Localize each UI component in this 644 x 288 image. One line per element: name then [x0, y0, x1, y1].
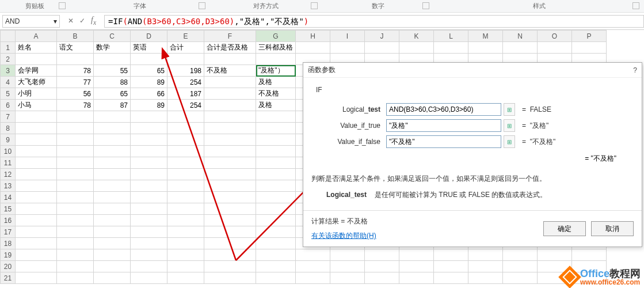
cell[interactable]: 合计是否及格	[204, 42, 256, 54]
cell[interactable]	[434, 42, 468, 54]
cancel-button[interactable]: 取消	[591, 221, 634, 236]
cell[interactable]	[94, 215, 131, 226]
cell[interactable]	[57, 134, 94, 146]
col-header[interactable]: O	[538, 31, 572, 42]
row-header[interactable]: 18	[1, 238, 16, 249]
cell[interactable]: 65	[94, 88, 131, 100]
row-header[interactable]: 20	[1, 261, 16, 272]
col-header[interactable]: M	[468, 31, 503, 42]
cell[interactable]	[256, 54, 296, 65]
cell[interactable]	[94, 192, 131, 203]
col-header[interactable]: P	[572, 31, 607, 42]
row-header[interactable]: 6	[1, 100, 16, 111]
cell[interactable]	[16, 111, 57, 123]
cell[interactable]: 89	[131, 100, 167, 111]
cell[interactable]	[204, 215, 256, 226]
cell[interactable]	[330, 249, 365, 261]
row-header[interactable]: 16	[1, 215, 16, 226]
cell[interactable]	[256, 134, 296, 146]
cell[interactable]	[204, 203, 256, 215]
cell[interactable]	[204, 157, 256, 169]
cell[interactable]: 及格	[256, 100, 296, 111]
dialog-titlebar[interactable]: 函数参数 ?	[303, 63, 642, 78]
cell[interactable]	[167, 134, 204, 146]
cell[interactable]: 254	[167, 77, 204, 88]
cell[interactable]	[16, 146, 57, 157]
cell[interactable]	[57, 169, 94, 180]
cell[interactable]	[167, 215, 204, 226]
cell[interactable]	[16, 192, 57, 203]
cell[interactable]	[503, 261, 538, 272]
cell[interactable]	[16, 180, 57, 192]
cell[interactable]	[131, 54, 167, 65]
cell[interactable]	[167, 272, 204, 284]
cell[interactable]	[503, 272, 538, 284]
cell[interactable]: 87	[94, 100, 131, 111]
cell[interactable]	[256, 272, 296, 284]
cell[interactable]	[57, 215, 94, 226]
cell[interactable]	[57, 146, 94, 157]
arg-input-logical-test[interactable]	[386, 103, 501, 116]
cell[interactable]	[16, 123, 57, 134]
cell[interactable]	[167, 238, 204, 249]
cell[interactable]: "及格"）	[256, 65, 296, 77]
cell[interactable]	[256, 123, 296, 134]
cell[interactable]	[434, 261, 468, 272]
cell[interactable]	[167, 157, 204, 169]
cell[interactable]	[57, 111, 94, 123]
cell[interactable]	[256, 261, 296, 272]
cell[interactable]	[57, 192, 94, 203]
cell[interactable]	[468, 261, 503, 272]
cell[interactable]	[131, 261, 167, 272]
row-header[interactable]: 14	[1, 192, 16, 203]
cell[interactable]: 78	[57, 100, 94, 111]
row-header[interactable]: 13	[1, 180, 16, 192]
col-header[interactable]: A	[16, 31, 57, 42]
row-header[interactable]: 15	[1, 203, 16, 215]
cell[interactable]	[256, 157, 296, 169]
range-picker-icon[interactable]: ⊞	[504, 135, 515, 148]
cell[interactable]	[204, 272, 256, 284]
arg-input-value-if-true[interactable]	[386, 119, 501, 132]
cell[interactable]: 56	[57, 88, 94, 100]
cell[interactable]	[167, 226, 204, 238]
cell[interactable]	[204, 146, 256, 157]
col-header[interactable]: L	[434, 31, 468, 42]
cell[interactable]	[16, 157, 57, 169]
cell[interactable]	[204, 111, 256, 123]
cell[interactable]	[330, 261, 365, 272]
cell[interactable]	[204, 123, 256, 134]
range-picker-icon[interactable]: ⊞	[504, 119, 515, 132]
cell[interactable]	[468, 272, 503, 284]
select-all-corner[interactable]	[1, 31, 16, 42]
cell[interactable]	[204, 77, 256, 88]
cell[interactable]: 89	[131, 77, 167, 88]
cell[interactable]	[94, 134, 131, 146]
function-help-link[interactable]: 有关该函数的帮助(H)	[311, 231, 376, 241]
cell[interactable]	[94, 54, 131, 65]
cell[interactable]	[57, 272, 94, 284]
cell[interactable]	[204, 169, 256, 180]
cell[interactable]	[131, 203, 167, 215]
cell[interactable]	[167, 146, 204, 157]
cell[interactable]	[57, 180, 94, 192]
cell[interactable]	[256, 249, 296, 261]
cell[interactable]	[256, 146, 296, 157]
cell[interactable]	[16, 226, 57, 238]
cell[interactable]: 187	[167, 88, 204, 100]
col-header[interactable]: F	[204, 31, 256, 42]
cell[interactable]	[57, 54, 94, 65]
cell[interactable]	[365, 249, 399, 261]
cell[interactable]	[131, 192, 167, 203]
help-icon[interactable]: ?	[633, 66, 637, 74]
cell[interactable]	[57, 238, 94, 249]
cell[interactable]: 语文	[57, 42, 94, 54]
cell[interactable]	[167, 203, 204, 215]
cell[interactable]	[131, 134, 167, 146]
cell[interactable]	[94, 157, 131, 169]
cell[interactable]: 英语	[131, 42, 167, 54]
cell[interactable]	[94, 226, 131, 238]
col-header[interactable]: E	[167, 31, 204, 42]
cell[interactable]	[296, 42, 330, 54]
cell[interactable]	[94, 169, 131, 180]
